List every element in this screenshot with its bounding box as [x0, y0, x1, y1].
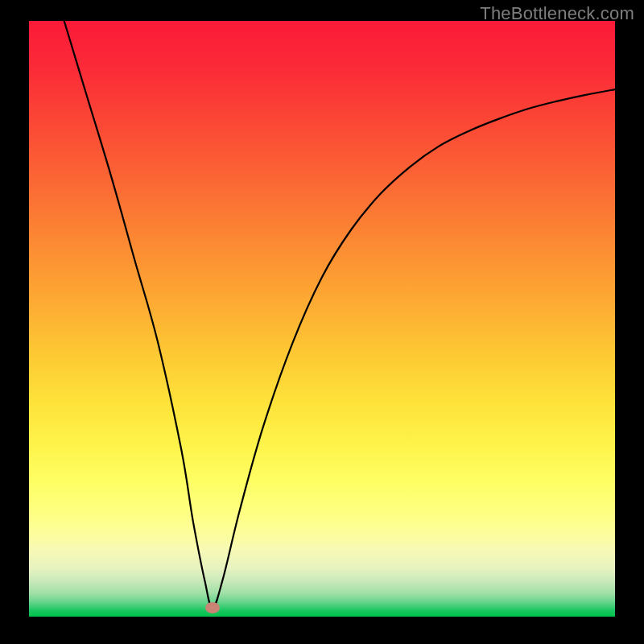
chart-frame: TheBottleneck.com	[0, 0, 644, 644]
bottleneck-curve	[64, 21, 615, 608]
curve-layer	[29, 21, 615, 617]
plot-area	[29, 21, 615, 617]
optimal-point-marker	[205, 602, 220, 613]
watermark-text: TheBottleneck.com	[480, 3, 634, 24]
